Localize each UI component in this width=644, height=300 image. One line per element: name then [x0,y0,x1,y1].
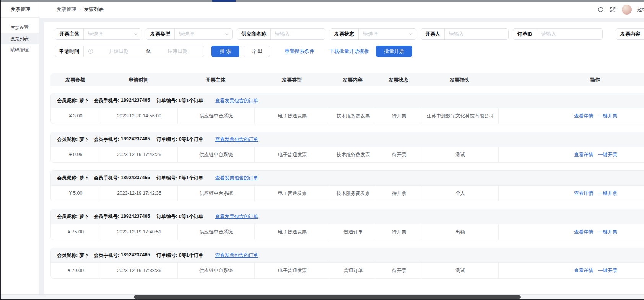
sidebar-item-invoice-settings[interactable]: 发票设置 [1,22,39,33]
col-title: 发票抬头 [421,73,498,86]
table-row: ¥ 0.95 2023-12-19 17:43:26 供应链中台系统 电子普通发… [51,147,644,162]
cell-amount: ¥ 0.95 [51,147,101,162]
filter-invoice-subject-select[interactable]: 请选择 [84,29,141,39]
view-included-orders-link[interactable]: 查看发票包含的订单 [215,136,258,143]
phone-label: 会员手机号: [94,175,119,181]
filter-supplier-name: 供应商名称 请输入 [237,28,325,40]
phone-label: 会员手机号: [94,136,119,143]
search-button[interactable]: 搜 索 [211,46,239,57]
cell-amount: ¥ 70.00 [51,263,101,278]
cell-actions: 查看详情 一键开票 [498,186,644,201]
filter-invoice-status-label: 发票状态 [330,29,359,39]
nickname-value: 萝卜 [79,252,89,259]
table-row: ¥ 75.00 2023-12-19 17:40:51 供应链中台系统 电子普通… [51,224,644,240]
view-included-orders-link[interactable]: 查看发票包含的订单 [215,98,258,104]
order-no-label: 订单编号: [156,98,177,104]
one-click-invoice-link[interactable]: 一键开票 [598,267,617,274]
cell-content: 普通订单 [330,263,376,278]
horizontal-scrollbar-thumb[interactable] [134,295,521,299]
table-row: ¥ 70.00 2023-12-19 17:38:36 供应链中台系统 电子普通… [51,262,644,278]
nickname-value: 萝卜 [79,214,89,220]
cell-status: 待开票 [376,224,422,240]
view-included-orders-link[interactable]: 查看发票包含的订单 [215,175,258,181]
cell-amount: ¥ 5.00 [51,186,101,201]
batch-invoice-button[interactable]: 批量开票 [376,46,412,57]
filter-supplier-name-input[interactable]: 请输入 [271,29,325,39]
order-no-label: 订单编号: [156,214,177,220]
view-detail-link[interactable]: 查看详情 [574,152,593,158]
table-header-row: 发票金额 申请时间 开票主体 发票类型 发票内容 发票状态 发票抬头 操作 [50,73,644,86]
one-click-invoice-link[interactable]: 一键开票 [598,190,617,197]
one-click-invoice-link[interactable]: 一键开票 [598,229,617,235]
reset-search-link[interactable]: 重置搜索条件 [285,46,314,57]
cell-type: 电子普通发票 [254,263,330,278]
nickname-label: 会员昵称: [57,252,78,259]
fullscreen-icon[interactable] [610,7,616,13]
content-card: 开票主体 请选择 发票类型 请选择 供应商名称 请输入 发票状态 请选择 开票人… [44,22,644,294]
filter-invoice-subject-label: 开票主体 [55,29,84,39]
filter-invoice-content-label: 发票内容 [616,29,644,39]
col-type: 发票类型 [254,73,330,86]
download-batch-template-link[interactable]: 下载批量开票模板 [329,46,369,57]
date-range-picker[interactable]: 开始日期 至 结束日期 [84,46,204,57]
cell-status: 待开票 [376,108,422,124]
cell-subject: 供应链中台系统 [177,108,254,124]
view-detail-link[interactable]: 查看详情 [574,267,593,274]
cell-type: 电子普通发票 [254,108,330,124]
view-detail-link[interactable]: 查看详情 [574,229,593,235]
start-date-placeholder: 开始日期 [96,48,142,55]
cell-apply-time: 2023-12-19 17:42:35 [101,186,177,201]
table-row: ¥ 5.00 2023-12-19 17:42:35 供应链中台系统 电子普通发… [51,185,644,201]
breadcrumb-invoice-management[interactable]: 发票管理 [56,6,76,13]
filter-apply-time: 申请时间 开始日期 至 结束日期 [55,46,204,57]
chevron-down-icon [224,32,229,36]
phone-value: 18924237465 [121,136,150,143]
nickname-label: 会员昵称: [57,98,78,104]
view-included-orders-link[interactable]: 查看发票包含的订单 [215,214,258,220]
order-no-label: 订单编号: [156,252,177,259]
col-subject: 开票主体 [177,73,254,86]
one-click-invoice-link[interactable]: 一键开票 [598,113,617,119]
invoice-table: 发票金额 申请时间 开票主体 发票类型 发票内容 发票状态 发票抬头 操作 会员… [50,73,644,86]
order-no-value: 0等1个订单 [179,136,203,143]
group-member-header: 会员昵称:萝卜 会员手机号:18924237465 订单编号:0等1个订单 查看… [51,132,644,147]
sidebar-item-code-management[interactable]: 赋码管理 [1,44,39,55]
phone-value: 18924237465 [121,252,150,259]
horizontal-scrollbar[interactable] [1,294,644,299]
filter-invoice-status-select[interactable]: 请选择 [359,29,416,39]
nickname-label: 会员昵称: [57,214,78,220]
export-button[interactable]: 导 出 [244,46,270,57]
filter-issuer-input[interactable]: 请输入 [445,29,508,39]
filter-issuer-placeholder: 请输入 [449,31,505,38]
group-member-header: 会员昵称:萝卜 会员手机号:18924237465 订单编号:0等1个订单 查看… [51,209,644,224]
refresh-icon[interactable] [597,7,604,13]
invoice-group: 会员昵称:萝卜 会员手机号:18924237465 订单编号:0等1个订单 查看… [50,209,644,240]
nickname-value: 萝卜 [79,98,89,104]
date-range-separator: 至 [144,48,152,55]
order-no-label: 订单编号: [156,175,177,181]
nickname-value: 萝卜 [79,136,89,143]
nickname-label: 会员昵称: [57,175,78,181]
breadcrumb: 发票管理 › 发票列表 [56,2,104,18]
one-click-invoice-link[interactable]: 一键开票 [598,152,617,158]
phone-label: 会员手机号: [94,214,119,220]
end-date-placeholder: 结束日期 [154,48,201,55]
filter-order-id-input[interactable]: 请输入 [537,29,602,39]
phone-value: 18924237465 [121,214,150,220]
sidebar-item-invoice-list[interactable]: 发票列表 [1,33,39,44]
filter-apply-time-label: 申请时间 [55,46,84,57]
view-detail-link[interactable]: 查看详情 [574,190,593,197]
filter-invoice-type-select[interactable]: 请选择 [175,29,232,39]
view-detail-link[interactable]: 查看详情 [574,113,593,119]
nickname-value: 萝卜 [79,175,89,181]
group-member-header: 会员昵称:萝卜 会员手机号:18924237465 订单编号:0等1个订单 查看… [51,248,644,262]
cell-title: 测试 [422,147,498,162]
cell-actions: 查看详情 一键开票 [498,263,644,278]
filter-order-id-label: 订单ID [513,29,537,39]
view-included-orders-link[interactable]: 查看发票包含的订单 [215,252,258,259]
col-actions: 操作 [498,73,644,86]
avatar[interactable] [622,5,632,15]
phone-value: 18924237465 [121,175,150,181]
cell-actions: 查看详情 一键开票 [498,224,644,240]
breadcrumb-separator: › [79,7,81,12]
